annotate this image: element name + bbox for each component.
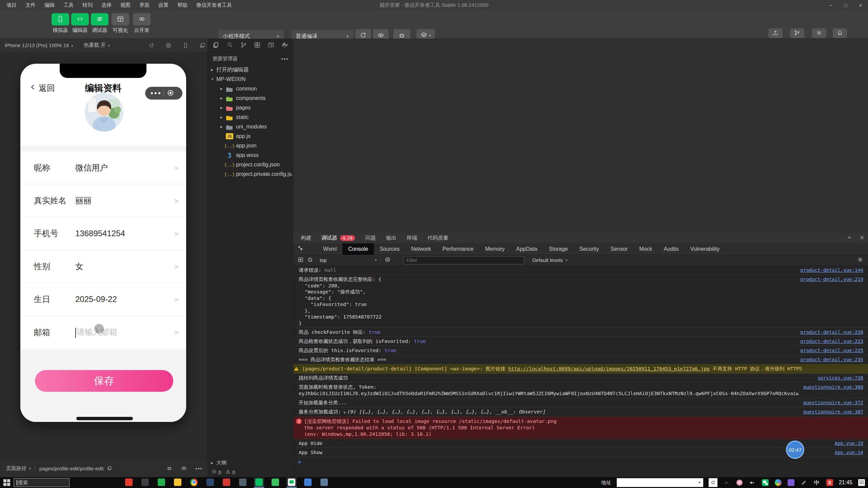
minimize-button[interactable]: − bbox=[823, 0, 838, 10]
console-json-row[interactable]: 商品详情页检查收藏状态完整响应: { "code": 200, "message… bbox=[293, 275, 868, 328]
gear-icon[interactable] bbox=[857, 257, 863, 264]
close-panel-icon[interactable] bbox=[859, 235, 865, 241]
tab-code-quality[interactable]: 代码质量 bbox=[427, 235, 448, 242]
menu-tools[interactable]: 工具 bbox=[59, 0, 78, 10]
devtools-tab[interactable]: Network bbox=[405, 243, 437, 255]
more-icon[interactable]: ••• bbox=[195, 466, 203, 471]
devtools-tab[interactable]: Audits bbox=[658, 243, 685, 255]
devtools-tab[interactable]: Sensor bbox=[605, 243, 634, 255]
flower-tray-icon[interactable] bbox=[736, 479, 743, 486]
taskbar-app-icon[interactable] bbox=[173, 477, 183, 488]
tree-item[interactable]: ▶ common bbox=[208, 84, 293, 94]
taskbar-clock[interactable]: 21:45 bbox=[839, 480, 852, 486]
console-log-row[interactable]: App Show App.vue:14 bbox=[293, 448, 868, 457]
menu-settings[interactable]: 设置 bbox=[154, 0, 173, 10]
console-prompt[interactable]: > bbox=[293, 457, 868, 467]
stop-icon[interactable] bbox=[164, 41, 173, 50]
expand-icon[interactable]: ▶ bbox=[344, 410, 346, 414]
menu-goto[interactable]: 转到 bbox=[78, 0, 97, 10]
rotate-icon[interactable] bbox=[147, 41, 156, 50]
console-log-row[interactable]: 商品设置后的 this.isFavorited: true product-de… bbox=[293, 346, 868, 355]
taskbar-app-icon[interactable] bbox=[303, 477, 313, 488]
start-button[interactable] bbox=[0, 477, 14, 488]
play-box-icon[interactable] bbox=[297, 257, 304, 264]
source-link[interactable]: App.vue:14 bbox=[835, 449, 863, 456]
source-link[interactable]: product-detail.vue:223 bbox=[801, 338, 863, 345]
field-email[interactable]: 邮箱 请输入邮箱 > bbox=[20, 316, 186, 349]
taskbar-app-icon[interactable] bbox=[270, 477, 280, 488]
devtools-tab[interactable]: AppData bbox=[510, 243, 543, 255]
console-log-row[interactable]: === 商品详情页检查收藏状态结束 === product-detail.vue… bbox=[293, 355, 868, 364]
close-button[interactable]: × bbox=[853, 0, 868, 10]
more-icon[interactable] bbox=[151, 92, 160, 94]
console-warning-row[interactable]: [pages/product-detail/product-detail] [C… bbox=[293, 364, 868, 373]
phone-frame-icon[interactable] bbox=[181, 41, 190, 50]
device-select[interactable]: iPhone 12/13 (Pro) 100% 16▼ bbox=[5, 42, 74, 48]
tree-item[interactable]: ▶ static bbox=[208, 113, 293, 122]
devtools-tab[interactable]: Performance bbox=[437, 243, 479, 255]
more-icon[interactable]: ••• bbox=[281, 56, 289, 62]
taskbar-search-input[interactable]: 搜索 bbox=[14, 478, 70, 487]
console-error-row[interactable]: 3 [渲染层网络层错误] Failed to load local image … bbox=[293, 417, 868, 439]
extensions-icon[interactable] bbox=[254, 41, 261, 49]
tab-terminal[interactable]: 终端 bbox=[407, 235, 417, 242]
field-nickname[interactable]: 昵称 微信用户 > bbox=[20, 151, 186, 184]
menu-select[interactable]: 选择 bbox=[97, 0, 116, 10]
tree-item[interactable]: project.config.json bbox=[208, 160, 293, 169]
taskbar-app-icon[interactable] bbox=[254, 477, 264, 488]
console-array-row[interactable]: 服务分类加载成功: ▶(9) [{…}, {…}, {…}, {…}, {…},… bbox=[293, 407, 868, 417]
bug-icon[interactable] bbox=[166, 465, 173, 472]
browser-tray-icon[interactable] bbox=[774, 479, 782, 486]
sogou-tray-icon[interactable]: S bbox=[826, 479, 833, 486]
menu-help[interactable]: 帮助 bbox=[173, 0, 192, 10]
taskbar-app-icon[interactable] bbox=[238, 477, 248, 488]
hidden-icons-chevron[interactable] bbox=[723, 479, 730, 486]
maximize-button[interactable]: □ bbox=[838, 0, 853, 10]
docker-icon[interactable] bbox=[281, 41, 289, 49]
devtools-tab[interactable]: Wxml bbox=[317, 243, 342, 255]
debugger-toggle[interactable]: 调试器 bbox=[90, 13, 109, 34]
console-log-row[interactable]: App Hide App.vue:19 bbox=[293, 439, 868, 448]
address-input[interactable]: ▼ bbox=[617, 478, 703, 487]
copy-icon[interactable] bbox=[107, 465, 112, 472]
pen-input-icon[interactable] bbox=[800, 479, 808, 486]
version-control-button[interactable] bbox=[790, 28, 804, 38]
source-control-icon[interactable] bbox=[240, 41, 247, 49]
source-link[interactable]: questionnaire.vue:372 bbox=[803, 400, 863, 406]
tab-problems[interactable]: 问题 bbox=[365, 235, 376, 242]
files-icon[interactable] bbox=[212, 41, 219, 49]
tree-item[interactable]: ▼ MP-WEIXIN bbox=[208, 75, 293, 84]
search-icon[interactable] bbox=[226, 41, 233, 49]
wechat-tray-icon[interactable] bbox=[762, 479, 769, 486]
frame-select[interactable]: top▼ bbox=[320, 257, 377, 263]
console-log-row[interactable]: 商品检查收藏状态成功，获取到的 isFavorited: true produc… bbox=[293, 337, 868, 346]
eye-icon[interactable] bbox=[181, 465, 187, 472]
source-link[interactable]: product-detail.vue:144 bbox=[801, 267, 863, 273]
tree-item[interactable]: ▶ components bbox=[208, 94, 293, 103]
upload-button[interactable] bbox=[768, 28, 783, 38]
screencast-timer-badge[interactable]: 02:47 bbox=[786, 441, 804, 459]
cloud-dev-toggle[interactable]: 云开发 bbox=[132, 13, 151, 34]
console-log-row[interactable]: 跳转到商品详情页成功 services.vue:728 bbox=[293, 373, 868, 383]
console-log-row[interactable]: 开始加载服务分类... questionnaire.vue:372 bbox=[293, 398, 868, 407]
console-token-row[interactable]: 页面加载时检查登录状态, Token: eyJhbGciOiJIUzI1NiJ9… bbox=[293, 383, 868, 398]
outline-section[interactable]: ▶大纲 bbox=[208, 458, 293, 467]
taskbar-app-icon[interactable] bbox=[205, 477, 215, 488]
devtools-tab[interactable]: Storage bbox=[543, 243, 574, 255]
menu-wechat-devtools[interactable]: 微信开发者工具 bbox=[192, 0, 236, 10]
volume-muted-icon[interactable] bbox=[749, 479, 756, 486]
devtools-tab[interactable]: Sources bbox=[374, 243, 406, 255]
multi-window-icon[interactable] bbox=[198, 41, 207, 50]
taskbar-app-icon[interactable] bbox=[221, 477, 232, 488]
menu-interface[interactable]: 界面 bbox=[135, 0, 154, 10]
refresh-icon[interactable] bbox=[709, 478, 717, 487]
tree-item[interactable]: project.private.config.js... bbox=[208, 169, 293, 179]
hot-reload-toggle[interactable]: 热重载 开▼ bbox=[84, 42, 110, 48]
devtools-tab[interactable]: Console bbox=[342, 243, 374, 255]
field-real-name[interactable]: 真实姓名 丽丽 > bbox=[20, 184, 186, 217]
preview-window-icon[interactable] bbox=[268, 41, 275, 49]
messages-button[interactable] bbox=[833, 28, 847, 38]
exit-target-icon[interactable] bbox=[167, 89, 174, 98]
source-link[interactable]: product-detail.vue:225 bbox=[801, 347, 863, 354]
tab-build[interactable]: 构建 bbox=[301, 235, 311, 242]
